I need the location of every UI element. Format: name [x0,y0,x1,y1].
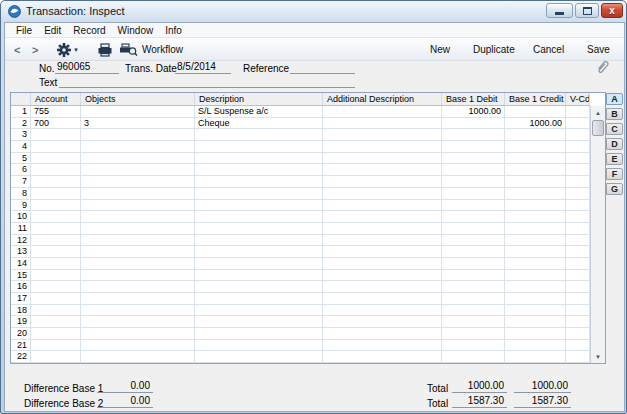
vertical-scrollbar[interactable]: ▲ ▼ [590,106,605,363]
cell-additional-description[interactable] [323,351,442,362]
menu-item-edit[interactable]: Edit [38,25,67,36]
cell-account[interactable] [31,270,81,281]
cell-base1-debit[interactable] [442,328,505,339]
cell-objects[interactable] [81,211,195,222]
row-number-cell[interactable]: 16 [11,281,31,292]
cell-base1-debit[interactable] [442,281,505,292]
cell-v-cd[interactable] [566,129,590,140]
cell-base1-credit[interactable] [505,305,566,316]
cell-objects[interactable] [81,293,195,304]
cell-base1-credit[interactable] [505,211,566,222]
cell-objects[interactable] [81,164,195,175]
cell-v-cd[interactable] [566,258,590,269]
cell-base1-credit[interactable] [505,141,566,152]
cell-base1-credit[interactable] [505,200,566,211]
cell-description[interactable] [195,281,323,292]
cell-account[interactable] [31,340,81,351]
cell-v-cd[interactable] [566,351,590,362]
cell-base1-debit[interactable] [442,340,505,351]
cell-base1-debit[interactable] [442,200,505,211]
cell-base1-credit[interactable] [505,351,566,362]
menu-item-file[interactable]: File [10,25,38,36]
app-icon[interactable] [8,5,21,18]
cell-account[interactable]: 700 [31,118,81,129]
row-number-cell[interactable]: 5 [11,153,31,164]
nav-forward-button[interactable]: > [32,38,38,61]
cell-description[interactable] [195,316,323,327]
cell-description[interactable] [195,211,323,222]
cell-base1-credit[interactable] [505,235,566,246]
cell-base1-debit[interactable] [442,176,505,187]
cell-additional-description[interactable] [323,164,442,175]
row-number-cell[interactable]: 8 [11,188,31,199]
cell-objects[interactable] [81,153,195,164]
cell-base1-debit[interactable] [442,141,505,152]
cell-account[interactable]: 755 [31,106,81,117]
cell-objects[interactable] [81,305,195,316]
row-number-cell[interactable]: 19 [11,316,31,327]
cell-account[interactable] [31,316,81,327]
row-number-cell[interactable]: 6 [11,164,31,175]
cell-description[interactable] [195,188,323,199]
cell-base1-credit[interactable] [505,258,566,269]
new-button[interactable]: New [430,38,450,61]
cell-description[interactable]: S/L Suspense a/c [195,106,323,117]
cell-base1-credit[interactable] [505,246,566,257]
cell-additional-description[interactable] [323,211,442,222]
menu-item-record[interactable]: Record [67,25,111,36]
cell-description[interactable] [195,258,323,269]
cell-base1-credit[interactable] [505,223,566,234]
row-number-cell[interactable]: 13 [11,246,31,257]
cell-additional-description[interactable] [323,293,442,304]
cell-objects[interactable] [81,281,195,292]
cell-base1-credit[interactable] [505,129,566,140]
cell-additional-description[interactable] [323,176,442,187]
cell-description[interactable] [195,270,323,281]
cell-description[interactable] [195,293,323,304]
cell-additional-description[interactable] [323,258,442,269]
cell-objects[interactable] [81,340,195,351]
print-button[interactable] [97,38,113,61]
row-number-cell[interactable]: 12 [11,235,31,246]
cell-additional-description[interactable] [323,129,442,140]
reference-field[interactable] [290,61,355,74]
cell-base1-debit[interactable] [442,270,505,281]
row-number-cell[interactable]: 7 [11,176,31,187]
cell-description[interactable] [195,141,323,152]
save-button[interactable]: Save [587,38,610,61]
cell-base1-debit[interactable] [442,129,505,140]
cell-base1-debit[interactable] [442,188,505,199]
cell-description[interactable] [195,153,323,164]
row-number-cell[interactable]: 11 [11,223,31,234]
cell-account[interactable] [31,164,81,175]
scroll-up-button[interactable]: ▲ [591,106,605,119]
row-number-cell[interactable]: 18 [11,305,31,316]
cell-account[interactable] [31,305,81,316]
cell-account[interactable] [31,211,81,222]
cell-base1-debit[interactable] [442,118,505,129]
cell-additional-description[interactable] [323,153,442,164]
cell-v-cd[interactable] [566,316,590,327]
cell-v-cd[interactable] [566,340,590,351]
cell-objects[interactable]: 3 [81,118,195,129]
cell-account[interactable] [31,188,81,199]
minimize-button[interactable] [546,3,573,18]
cell-v-cd[interactable] [566,223,590,234]
cell-v-cd[interactable] [566,200,590,211]
cell-v-cd[interactable] [566,211,590,222]
cell-v-cd[interactable] [566,281,590,292]
cell-base1-debit[interactable] [442,246,505,257]
cell-description[interactable] [195,164,323,175]
cell-v-cd[interactable] [566,106,590,117]
cell-account[interactable] [31,293,81,304]
cell-additional-description[interactable] [323,340,442,351]
cell-base1-credit[interactable] [505,316,566,327]
cell-base1-debit[interactable] [442,235,505,246]
cell-additional-description[interactable] [323,141,442,152]
cell-objects[interactable] [81,200,195,211]
cell-v-cd[interactable] [566,164,590,175]
cell-description[interactable] [195,235,323,246]
row-number-cell[interactable]: 4 [11,141,31,152]
cell-v-cd[interactable] [566,270,590,281]
side-tab-e[interactable]: E [606,153,623,165]
